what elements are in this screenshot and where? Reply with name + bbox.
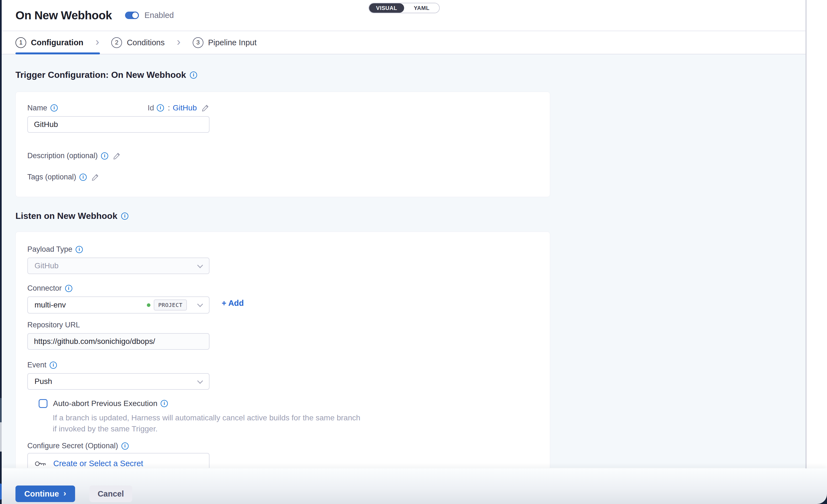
enabled-toggle[interactable] (125, 12, 139, 19)
name-input[interactable]: GitHub (27, 116, 209, 133)
info-icon[interactable] (121, 212, 128, 220)
trigger-configuration-card: Name Id : GitHub GitHub Description (opt… (15, 92, 550, 197)
connector-value: multi-env (35, 301, 147, 309)
info-icon[interactable] (101, 152, 108, 159)
add-connector-button[interactable]: + Add (222, 299, 244, 308)
chevron-down-icon (197, 378, 203, 384)
id-colon: : (168, 103, 170, 112)
tags-label: Tags (optional) (27, 173, 538, 181)
cancel-button[interactable]: Cancel (89, 486, 132, 502)
secret-link-text: Create or Select a Secret (53, 459, 143, 468)
scope-badge: PROJECT (154, 299, 187, 310)
tab-conditions[interactable]: 2 Conditions (111, 37, 164, 48)
tab-configuration[interactable]: 1 Configuration (15, 37, 83, 48)
chevron-down-icon (197, 262, 203, 268)
name-label: Name (27, 104, 58, 112)
step-number-badge: 3 (193, 37, 203, 48)
label-text: Repository URL (27, 321, 80, 329)
repository-url-label: Repository URL (27, 321, 538, 329)
auto-abort-label: Auto-abort Previous Execution (53, 399, 157, 408)
drawer-header: On New Webhook Enabled VISUAL YAML (2, 0, 806, 31)
payload-type-label: Payload Type (27, 245, 538, 254)
trigger-configuration-heading: Trigger Configuration: On New Webhook (15, 54, 806, 80)
payload-type-select[interactable]: GitHub (27, 257, 209, 274)
wizard-tabbar: 1 Configuration 2 Conditions 3 Pipeline … (2, 31, 806, 54)
info-icon[interactable] (190, 71, 197, 79)
chevron-down-icon (197, 301, 203, 307)
label-text: Tags (optional) (27, 173, 76, 181)
right-gutter (806, 0, 827, 468)
secret-selector-box: Create or Select a Secret (27, 453, 209, 468)
info-icon[interactable] (51, 104, 58, 111)
event-value: Push (35, 377, 52, 386)
label-text: Name (27, 104, 47, 112)
tab-label: Configuration (31, 38, 83, 47)
continue-label: Continue (24, 489, 59, 499)
cancel-label: Cancel (98, 489, 124, 499)
configure-secret-label: Configure Secret (Optional) (27, 442, 538, 450)
connector-row: multi-env PROJECT + Add (27, 293, 538, 313)
chevron-right-icon (177, 36, 180, 48)
tab-label: Conditions (127, 38, 164, 47)
id-block: Id : GitHub (148, 103, 209, 112)
auto-abort-checkbox[interactable] (39, 399, 47, 408)
info-icon[interactable] (161, 400, 168, 407)
tab-yaml[interactable]: YAML (404, 3, 439, 13)
continue-button[interactable]: Continue (15, 486, 75, 502)
create-or-select-secret-button[interactable]: Create or Select a Secret (35, 459, 143, 468)
tab-visual[interactable]: VISUAL (369, 3, 404, 13)
label-text: Description (optional) (27, 152, 98, 160)
listen-on-webhook-card: Payload Type GitHub Connector multi-env … (15, 232, 550, 468)
info-icon[interactable] (121, 443, 129, 450)
label-text: Configure Secret (Optional) (27, 442, 118, 450)
info-icon[interactable] (65, 285, 72, 292)
payload-type-value: GitHub (35, 261, 58, 270)
event-label: Event (27, 361, 538, 369)
connector-select[interactable]: multi-env PROJECT (27, 296, 209, 313)
step-number-badge: 2 (111, 37, 122, 48)
tab-pipeline-input[interactable]: 3 Pipeline Input (193, 37, 257, 48)
repository-url-value: https://github.com/sonichigo/dbops/ (34, 337, 155, 346)
label-text: Event (27, 361, 46, 369)
auto-abort-helper-text: If a branch is updated, Harness will aut… (53, 412, 538, 435)
connector-label: Connector (27, 284, 538, 293)
heading-text: Trigger Configuration: On New Webhook (15, 70, 186, 80)
key-icon (35, 460, 47, 468)
visual-yaml-switch: VISUAL YAML (369, 3, 440, 13)
description-label: Description (optional) (27, 152, 538, 160)
listen-on-webhook-heading: Listen on New Webhook (15, 211, 806, 221)
step-number-badge: 1 (15, 37, 26, 48)
info-icon[interactable] (80, 173, 87, 181)
chevron-right-icon (96, 36, 99, 48)
heading-text: Listen on New Webhook (15, 211, 117, 221)
enabled-label: Enabled (144, 11, 174, 20)
chevron-right-icon (63, 489, 66, 498)
edit-pencil-icon[interactable] (91, 173, 99, 181)
edit-pencil-icon[interactable] (113, 152, 121, 160)
tab-label: Pipeline Input (208, 38, 257, 47)
name-input-value: GitHub (34, 120, 58, 129)
repository-url-input[interactable]: https://github.com/sonichigo/dbops/ (27, 333, 209, 350)
trigger-drawer: On New Webhook Enabled VISUAL YAML 1 Con… (2, 0, 806, 504)
edit-pencil-icon[interactable] (201, 104, 209, 112)
label-text: Payload Type (27, 245, 72, 254)
auto-abort-row: Auto-abort Previous Execution (39, 399, 538, 408)
name-id-row: Name Id : GitHub (27, 103, 209, 112)
info-icon[interactable] (50, 362, 57, 369)
configuration-panel: Trigger Configuration: On New Webhook Na… (2, 54, 806, 468)
page-title: On New Webhook (15, 9, 112, 22)
info-icon[interactable] (76, 246, 83, 253)
footer-bar: Continue Cancel (2, 468, 827, 504)
toggle-knob (131, 12, 139, 19)
event-select[interactable]: Push (27, 373, 209, 390)
connectivity-status-dot (147, 303, 150, 307)
id-label: Id (148, 103, 154, 112)
helper-line: if invoked by the same Trigger. (53, 423, 538, 435)
info-icon[interactable] (157, 104, 164, 111)
helper-line: If a branch is updated, Harness will aut… (53, 412, 538, 423)
label-text: Connector (27, 284, 62, 293)
id-value-link[interactable]: GitHub (173, 103, 197, 112)
active-tab-indicator (15, 52, 100, 54)
